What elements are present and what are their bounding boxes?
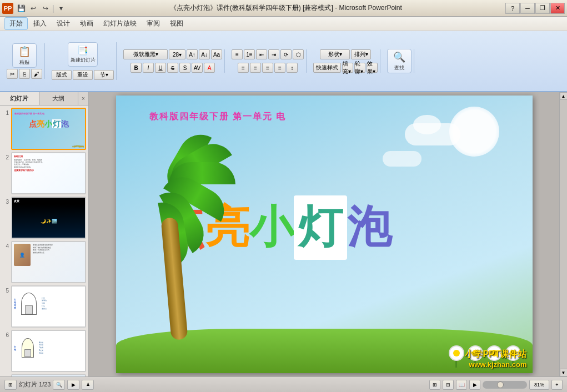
slide-preview-6[interactable]: 灯泡 A导线B灯丝C玻璃D支架E底端 [11,330,86,372]
convert-smartart-button[interactable]: ⬡ [293,49,304,59]
numbering-button[interactable]: 1≡ [244,49,255,59]
font-size[interactable]: 28▾ [169,49,185,59]
right-scrollbar: ▲ ▼ [559,92,567,376]
slide-thumb-1[interactable]: 1 教科版四年级下册 第一单元 电 点亮小灯泡 小学PPT课件站 [2,108,86,150]
zoom-out-button[interactable]: 🔍 [53,380,65,390]
panel-close-button[interactable]: × [78,92,88,105]
slide-thumb-7[interactable]: 7 电路图 连接示意图 [2,374,86,376]
customize-button[interactable]: ▾ [56,3,67,14]
strikethrough-button[interactable]: S̶ [167,63,178,73]
pg-button[interactable]: ♟ [82,380,94,390]
menu-insert[interactable]: 插入 [29,18,51,29]
reading-view-button[interactable]: 📖 [456,380,467,390]
char-spacing-button[interactable]: AV [192,63,203,73]
shrink-font-button[interactable]: A↓ [199,49,210,59]
cut-button[interactable]: ✂ [7,69,18,79]
shape-outline-button[interactable]: 轮廓▾ [354,63,365,73]
menu-animation[interactable]: 动画 [76,18,98,29]
scroll-down-button[interactable]: ▼ [560,369,568,376]
app-icon: PP [2,3,13,14]
menu-slideshow[interactable]: 幻灯片放映 [99,18,141,29]
slide-subtitle[interactable]: 教科版四年级下册 第一单元 电 [149,111,287,123]
col-spacing-button[interactable]: ↕ [287,63,298,73]
slide-thumb-6[interactable]: 6 灯泡 A导线B灯丝C玻璃D支架E底端 [2,330,86,372]
slide-preview-2[interactable]: 各组汇报 连接电路时，注意导线、灯泡、电池的正确连接方式。检查各组元件是否齐全。… [11,152,86,194]
menu-view[interactable]: 视图 [165,18,188,29]
slide-thumb-5[interactable]: 5 灯泡结构 灯丝玻璃泡引线灯头连接点 [2,285,86,328]
font-color-button[interactable]: A [204,63,215,73]
menu-bar: 开始 插入 设计 动画 幻灯片放映 审阅 视图 [0,17,567,31]
shapes-button[interactable]: 形状▾ [320,49,350,59]
slide-canvas[interactable]: 教科版四年级下册 第一单元 电 点 亮 小 灯 泡 [116,96,533,373]
save-button[interactable]: 💾 [16,3,27,14]
bullets-button[interactable]: ≡ [232,49,243,59]
align-center-button[interactable]: ≡ [250,63,261,73]
close-button[interactable]: ✕ [550,3,565,14]
zoom-slider[interactable] [483,381,527,389]
increase-indent-button[interactable]: ⇥ [268,49,279,59]
underline-button[interactable]: U [155,63,166,73]
decrease-indent-button[interactable]: ⇤ [256,49,267,59]
scroll-track[interactable] [560,100,568,369]
tab-slides[interactable]: 幻灯片 [0,92,39,105]
shape-effect-button[interactable]: 效果▾ [367,63,378,73]
italic-button[interactable]: I [143,63,154,73]
align-right-button[interactable]: ≡ [262,63,273,73]
minimize-button[interactable]: ─ [520,3,535,14]
font-selector[interactable]: 微软雅黑▾ [123,49,168,59]
quick-access-toolbar: 💾 ↩ ↪ | ▾ [16,3,67,14]
clear-format-button[interactable]: Aa [211,49,222,59]
slide-thumb-4[interactable]: 4 👤 爱迪生是美国著名的发明家发明了电灯泡等重要物品改变了人类的生活方式被誉为… [2,241,86,283]
slide-preview-4[interactable]: 👤 爱迪生是美国著名的发明家发明了电灯泡等重要物品改变了人类的生活方式被誉为发明… [11,241,86,283]
menu-review[interactable]: 审阅 [142,18,164,29]
tab-outline[interactable]: 大纲 [39,92,79,105]
redo-button[interactable]: ↪ [40,3,51,14]
title-char-pao: 泡 [347,198,392,258]
normal-view-button[interactable]: ⊞ [429,380,440,390]
new-slide-button[interactable]: 📑 新建幻灯片 [68,42,98,67]
zoom-plus-button[interactable]: + [551,380,563,390]
grow-font-button[interactable]: A↑ [187,49,198,59]
slide-sorter-button[interactable]: ⊟ [443,380,454,390]
menu-design[interactable]: 设计 [52,18,74,29]
arrange-button[interactable]: 排列▾ [351,49,371,59]
slide-preview-3[interactable]: 夜景 🌙✨🏙️ [11,197,86,239]
thumb-inner-1: 教科版四年级下册 第一单元 电 点亮小灯泡 小学PPT课件站 [12,109,85,149]
play-button[interactable]: ▶ [67,380,79,390]
undo-button[interactable]: ↩ [28,3,39,14]
restore-button[interactable]: ❐ [535,3,550,14]
align-left-button[interactable]: ≡ [238,63,249,73]
help-button[interactable]: ? [505,3,520,14]
slide-preview-7[interactable]: 电路图 连接示意图 [11,374,86,376]
thumb-inner-3: 夜景 🌙✨🏙️ [12,198,85,238]
title-char-deng: 灯 [298,202,343,252]
menu-start[interactable]: 开始 [4,17,28,30]
ribbon-group-slides: 📑 新建幻灯片 版式 重设 节▾ [49,42,117,80]
scroll-up-button[interactable]: ▲ [560,92,568,100]
slide-preview-1[interactable]: 教科版四年级下册 第一单元 电 点亮小灯泡 小学PPT课件站 [11,108,86,150]
copy-button[interactable]: ⎘ [19,69,30,79]
slide-num-4: 4 [2,241,9,249]
find-button[interactable]: 🔍 查找 [387,49,412,73]
justify-button[interactable]: ≡ [274,63,285,73]
shape-fill-button[interactable]: 填充▾ [342,63,353,73]
layout-button[interactable]: 版式 [52,70,72,80]
slide-preview-5[interactable]: 灯泡结构 灯丝玻璃泡引线灯头连接点 [11,285,86,328]
quick-styles-button[interactable]: 快速样式 [313,63,341,73]
text-direction-button[interactable]: ⟳ [280,49,292,59]
format-painter-button[interactable]: 🖌 [31,69,42,79]
bold-button[interactable]: B [131,63,142,73]
slides-list: 1 教科版四年级下册 第一单元 电 点亮小灯泡 小学PPT课件站 [0,105,88,376]
view-normal-icon[interactable]: ⊞ [4,380,17,390]
zoom-fit-button[interactable]: 81% [529,380,549,390]
title-char-xiao: 小 [249,198,294,258]
slide-thumb-2[interactable]: 2 各组汇报 连接电路时，注意导线、灯泡、电池的正确连接方式。检查各组元件是否齐… [2,152,86,194]
status-bar-right: ⊞ ⊟ 📖 ▶ 81% + [429,380,563,390]
section-button[interactable]: 节▾ [94,70,114,80]
slide-thumb-3[interactable]: 3 夜景 🌙✨🏙️ [2,197,86,239]
paste-button[interactable]: 📋 粘贴 [12,43,37,68]
reset-button[interactable]: 重设 [73,70,93,80]
ribbon-group-drawing: 形状▾ 排列▾ 快速样式 填充▾ 轮廓▾ 效果▾ [311,49,380,73]
shadow-button[interactable]: S [179,63,190,73]
slideshow-button[interactable]: ▶ [469,380,480,390]
